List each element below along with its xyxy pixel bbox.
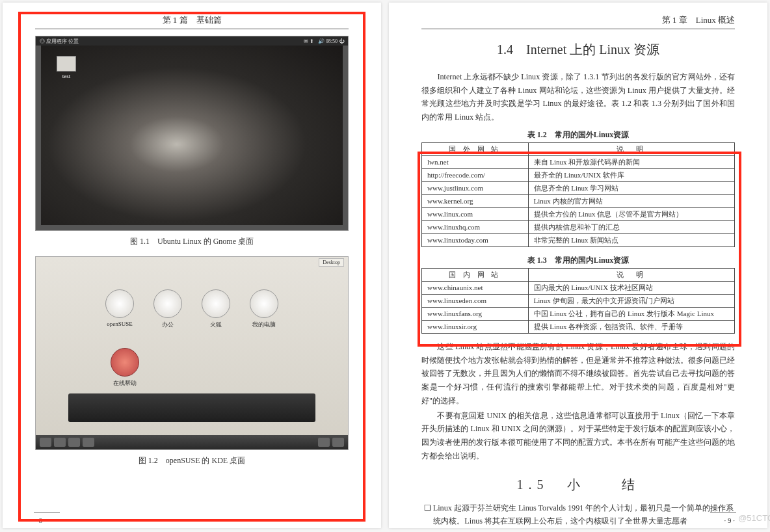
taskbar-item — [318, 438, 330, 447]
topbar-time: 🔊 08:50 ⏻ — [318, 38, 344, 44]
office-icon — [153, 289, 182, 318]
taskbar-item — [83, 438, 94, 447]
kde-icon-opensuse: openSUSE — [105, 289, 134, 329]
watermark: @51CTO博客 — [738, 512, 770, 524]
caption-1-2: 图 1.2 openSUSE 的 KDE 桌面 — [35, 455, 349, 466]
right-header: 第 1 章 Linux 概述 — [421, 14, 735, 29]
table-row: www.linux.com提供全方位的 Linux 信息（尽管不是官方网站） — [422, 207, 735, 220]
table-1-3-caption: 表 1.3 常用的国内Linux资源 — [421, 255, 735, 266]
cell-desc: 提供全方位的 Linux 信息（尽管不是官方网站） — [528, 207, 734, 220]
table-1-3: 国 内 网 站 说 明 www.chinaunix.net国内最大的 Linux… — [421, 268, 735, 334]
cell-site: www.chinaunix.net — [422, 281, 529, 294]
para-2: 这些 Linux 站点显然不能涵盖所有的 Linux 资源，Linux 爱好者遍… — [421, 340, 735, 408]
table-row: www.chinaunix.net国内最大的 Linux/UNIX 技术社区网站 — [422, 281, 735, 294]
th-desc: 说 明 — [528, 142, 734, 155]
topbar-apps-label: ◎ 应用程序 位置 — [40, 38, 79, 45]
desktop-folder: test — [57, 56, 76, 79]
taskbar-item — [332, 438, 344, 447]
cell-desc: 信息齐全的 Linux 学习网站 — [528, 181, 734, 194]
icon-label: 火狐 — [202, 321, 230, 329]
kde-icon-office: 办公 — [153, 289, 182, 329]
table-row: www.justlinux.com信息齐全的 Linux 学习网站 — [422, 181, 735, 194]
fig-1-1-screenshot: ◎ 应用程序 位置 ✉ ⬆ 🔊 08:50 ⏻ test — [35, 36, 349, 231]
table-row: http://freecode.com/最齐全的 Linux/UNIX 软件库 — [422, 168, 735, 181]
cell-site: www.justlinux.com — [422, 181, 529, 194]
th-desc: 说 明 — [528, 268, 734, 281]
cell-site: www.linux.com — [422, 207, 529, 220]
page-number-right: · 9 · — [724, 516, 736, 524]
summary-bullet: ❏ Linux 起源于芬兰研究生 Linus Torvalds 1991 年的个… — [421, 501, 735, 528]
taskbar-item — [54, 438, 66, 447]
table-header-row: 国 外 网 站 说 明 — [422, 142, 735, 155]
taskbar-item — [68, 438, 80, 447]
cell-desc: 提供 Linux 各种资源，包括资讯、软件、手册等 — [528, 320, 734, 333]
page-num-rule — [710, 512, 736, 512]
taskbar-item — [40, 438, 51, 447]
folder-label: test — [57, 73, 76, 79]
table-header-row: 国 内 网 站 说 明 — [422, 268, 735, 281]
cell-desc: Linux 内核的官方网站 — [528, 194, 734, 207]
th-site: 国 内 网 站 — [422, 268, 529, 281]
cell-site: www.kernel.org — [422, 194, 529, 207]
table-1-2-caption: 表 1.2 常用的国外Linux资源 — [421, 129, 735, 140]
table-row: www.linuxhq.com提供内核信息和补丁的汇总 — [422, 220, 735, 233]
para-1: Internet 上永远都不缺少 Linux 资源，除了 1.3.1 节列出的各… — [421, 70, 735, 124]
help-icon — [111, 348, 139, 377]
table-row: lwn.net来自 Linux 和开放源代码界的新闻 — [422, 155, 735, 168]
table-1-2: 国 外 网 站 说 明 lwn.net来自 Linux 和开放源代码界的新闻ht… — [421, 142, 735, 247]
para-3: 不要有意回避 UNIX 的相关信息，这些信息通常都可以直接用于 Linux（回忆… — [421, 409, 735, 463]
icon-label: openSUSE — [105, 321, 134, 327]
th-site: 国 外 网 站 — [422, 142, 529, 155]
kde-panel — [68, 393, 315, 422]
icon-label: 我的电脑 — [250, 321, 278, 329]
right-page: 第 1 章 Linux 概述 1.4 Internet 上的 Linux 资源 … — [389, 3, 767, 528]
folder-icon — [57, 56, 76, 72]
opensuse-icon — [105, 289, 134, 318]
cell-site: www.linuxhq.com — [422, 220, 529, 233]
table-row: www.linuxeden.comLinux 伊甸园，最大的中文开源资讯门户网站 — [422, 294, 735, 307]
kde-icon-firefox: 火狐 — [202, 289, 230, 329]
fig-1-2-screenshot: Desktop openSUSE 办公 火狐 我的电脑 在线帮助 — [35, 256, 349, 450]
cell-desc: 国内最大的 Linux/UNIX 技术社区网站 — [528, 281, 734, 294]
left-header: 第 1 篇 基础篇 — [35, 14, 349, 29]
cell-site: www.linuxsir.org — [422, 320, 529, 333]
table-row: www.linuxfans.org中国 Linux 公社，拥有自己的 Linux… — [422, 307, 735, 320]
cell-site: www.linuxeden.com — [422, 294, 529, 307]
cell-desc: 中国 Linux 公社，拥有自己的 Linux 发行版本 Magic Linux — [528, 307, 734, 320]
page-number-left: · 8 · — [35, 516, 46, 524]
left-page: 第 1 篇 基础篇 ◎ 应用程序 位置 ✉ ⬆ 🔊 08:50 ⏻ test 图… — [3, 3, 381, 528]
caption-1-1: 图 1.1 Ubuntu Linux 的 Gnome 桌面 — [35, 236, 349, 247]
topbar-mail-icon: ✉ ⬆ — [304, 38, 314, 44]
cell-site: www.linuxtoday.com — [422, 233, 529, 246]
computer-icon — [250, 289, 278, 318]
cell-site: http://freecode.com/ — [422, 168, 529, 181]
page-num-rule — [34, 512, 60, 512]
cell-desc: 非常完整的 Linux 新闻站点 — [528, 233, 734, 246]
cell-site: lwn.net — [422, 155, 529, 168]
kde-icon-help: 在线帮助 — [111, 348, 139, 388]
icon-label: 办公 — [153, 321, 182, 329]
ubuntu-topbar: ◎ 应用程序 位置 ✉ ⬆ 🔊 08:50 ⏻ — [36, 36, 348, 46]
icon-label: 在线帮助 — [111, 379, 139, 388]
ubuntu-wallpaper — [41, 46, 343, 225]
kde-taskbar — [36, 435, 348, 449]
table-row: www.linuxsir.org提供 Linux 各种资源，包括资讯、软件、手册… — [422, 320, 735, 333]
table-row: www.kernel.orgLinux 内核的官方网站 — [422, 194, 735, 207]
kde-icon-row: openSUSE 办公 火狐 我的电脑 — [36, 289, 348, 329]
cell-desc: 提供内核信息和补丁的汇总 — [528, 220, 734, 233]
cell-desc: Linux 伊甸园，最大的中文开源资讯门户网站 — [528, 294, 734, 307]
section-1-5-title: 1.5 小 结 — [421, 476, 735, 494]
section-1-4-title: 1.4 Internet 上的 Linux 资源 — [421, 41, 735, 59]
cell-site: www.linuxfans.org — [422, 307, 529, 320]
firefox-icon — [202, 289, 230, 318]
cell-desc: 来自 Linux 和开放源代码界的新闻 — [528, 155, 734, 168]
cell-desc: 最齐全的 Linux/UNIX 软件库 — [528, 168, 734, 181]
kde-desktop-label: Desktop — [319, 258, 344, 267]
table-row: www.linuxtoday.com非常完整的 Linux 新闻站点 — [422, 233, 735, 246]
kde-icon-computer: 我的电脑 — [250, 289, 278, 329]
